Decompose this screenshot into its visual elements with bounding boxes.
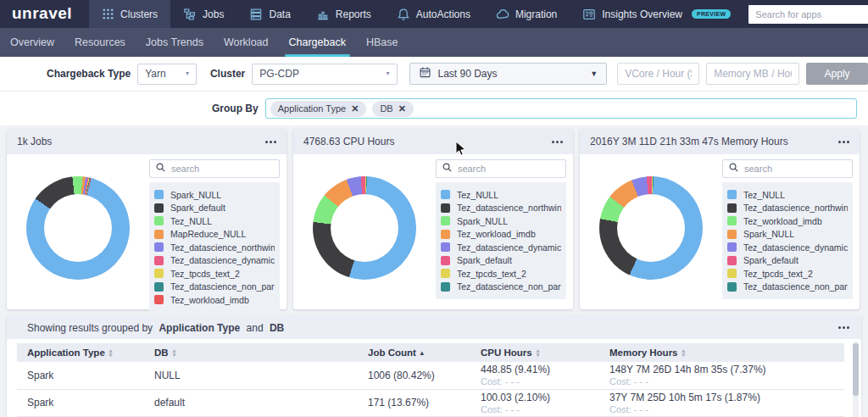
legend-item[interactable]: Tez_datascience_non_parti... [441, 281, 561, 294]
subnav-item-workload[interactable]: Workload [214, 28, 279, 57]
legend-label: MapReduce_NULL [170, 229, 246, 239]
legend-item[interactable]: Tez_NULL [727, 188, 848, 202]
legend-item[interactable]: Tez_tpcds_text_2 [154, 267, 275, 281]
legend-item[interactable]: Tez_datascience_northwind [727, 202, 848, 215]
legend-item[interactable]: Spark_NULL [154, 188, 275, 202]
search-input[interactable] [748, 5, 868, 24]
remove-tag-icon[interactable]: ✕ [351, 103, 359, 114]
nav-item-migration[interactable]: Migration [483, 0, 570, 28]
legend-label: Tez_datascience_dynamic_p... [457, 242, 561, 253]
nav-item-insights-overview[interactable]: Insights OverviewPREVIEW [570, 0, 743, 28]
legend-item[interactable]: Tez_datascience_dynamic_p... [441, 241, 561, 254]
column-header-job-count[interactable]: Job Count▴ [358, 343, 470, 362]
column-header-application-type[interactable]: Application Type▴▾ [17, 343, 144, 362]
legend-label: Tez_datascience_northwind [457, 203, 561, 213]
results-more-options-icon[interactable] [838, 323, 849, 332]
legend-swatch [727, 190, 737, 199]
legend-item[interactable]: Tez_workload_imdb [154, 293, 275, 307]
subnav-item-overview[interactable]: Overview [0, 28, 64, 57]
table-cell: default [144, 389, 358, 416]
legend-item[interactable]: Tez_NULL [154, 214, 275, 228]
scrollbar-thumb[interactable] [853, 343, 859, 396]
chevron-down-icon: ▾ [386, 70, 389, 77]
legend-search-input[interactable] [458, 164, 542, 174]
nav-item-data[interactable]: Data [236, 0, 303, 28]
table-cell: 1006 (80.42%) [358, 362, 470, 389]
sort-icon[interactable]: ▴ [420, 352, 424, 356]
subnav-item-chargeback[interactable]: Chargeback [279, 28, 356, 57]
legend-search-input[interactable] [744, 164, 829, 174]
remove-tag-icon[interactable]: ✕ [398, 103, 406, 114]
card-more-options-icon[interactable] [552, 137, 563, 147]
legend-item[interactable]: Tez_datascience_northwind [154, 241, 275, 254]
chargeback-type-select[interactable]: Yarn▾ [137, 64, 197, 85]
column-label: CPU Hours [481, 348, 532, 358]
legend-item[interactable]: Spark_NULL [441, 214, 561, 228]
legend-item[interactable]: Tez_datascience_dynamic_p... [727, 241, 848, 254]
column-header-db[interactable]: DB▴▾ [144, 343, 358, 362]
cluster-subnav: OverviewResourcesJobs TrendsWorkloadChar… [0, 28, 868, 57]
group-by-input[interactable]: Application Type✕DB✕ [265, 98, 857, 119]
card-more-options-icon[interactable] [265, 137, 276, 147]
legend-item[interactable]: Spark_default [727, 254, 848, 268]
nav-item-label: Jobs [203, 8, 224, 20]
table-cell: Spark [17, 389, 144, 416]
legend-swatch [441, 230, 450, 239]
data-icon [249, 8, 263, 21]
legend-item[interactable]: Tez_tpcds_text_2 [441, 267, 561, 281]
legend-label: Spark_default [170, 203, 225, 213]
card-more-options-icon[interactable] [838, 137, 849, 147]
migration-icon [496, 8, 509, 21]
legend-item[interactable]: Tez_workload_imdb [727, 214, 848, 228]
vcore-rate-input[interactable] [617, 63, 699, 85]
column-header-memory-hours[interactable]: Memory Hours▴▾ [599, 343, 844, 362]
legend-item[interactable]: Spark_default [441, 254, 561, 268]
subnav-item-hbase[interactable]: HBase [356, 28, 409, 57]
legend-swatch [441, 282, 450, 292]
sort-icon[interactable]: ▴▾ [109, 349, 113, 357]
legend-item[interactable]: Tez_datascience_non_parti... [154, 281, 275, 294]
legend-label: Tez_NULL [170, 216, 212, 226]
nav-item-label: Insights Overview [602, 8, 682, 20]
chevron-down-icon: ▼ [590, 70, 598, 78]
memory-rate-input[interactable] [706, 63, 799, 85]
legend-label: Spark_NULL [170, 190, 221, 200]
table-cell: 171 (13.67%) [358, 389, 470, 416]
table-row[interactable]: Sparkdefault171 (13.67%)100.03 (2.10%)Co… [17, 389, 844, 416]
legend-search-input[interactable] [171, 164, 256, 174]
legend-item[interactable]: Spark_NULL [727, 228, 848, 242]
insights-icon [582, 8, 596, 21]
legend-item[interactable]: Tez_datascience_dynamic_p... [154, 254, 275, 268]
legend-item[interactable]: MapReduce_NULL [154, 228, 275, 242]
results-table-wrap: Application Type▴▾DB▴▾Job Count▴CPU Hour… [17, 343, 844, 417]
legend-swatch [154, 203, 164, 213]
column-header-cpu-hours[interactable]: CPU Hours▴▾ [470, 343, 599, 362]
legend-label: Tez_datascience_northwind [743, 203, 848, 213]
legend-item[interactable]: Tez_datascience_northwind [441, 202, 561, 215]
nav-item-clusters[interactable]: Clusters [89, 0, 170, 28]
legend-item[interactable]: Spark_default [154, 202, 275, 215]
nav-item-autoactions[interactable]: AutoActions [384, 0, 483, 28]
card-header: 1k Jobs [7, 129, 287, 154]
apply-button[interactable]: Apply [806, 63, 868, 85]
sort-icon[interactable]: ▴▾ [173, 349, 176, 357]
table-row[interactable]: SparkNULL1006 (80.42%)448.85 (9.41%)Cost… [17, 362, 844, 389]
table-scrollbar[interactable] [853, 342, 859, 417]
filter-bar: Chargeback Type Yarn▾ Cluster PG-CDP▾ La… [0, 57, 868, 92]
legend-item[interactable]: Tez_datascience_non_parti... [727, 281, 848, 294]
sort-icon[interactable]: ▴▾ [537, 349, 540, 357]
cluster-select[interactable]: PG-CDP▾ [252, 64, 397, 85]
date-range-select[interactable]: Last 90 Days ▼ [409, 63, 608, 85]
legend-item[interactable]: Tez_tpcds_text_2 [727, 267, 848, 281]
nav-item-reports[interactable]: Reports [303, 0, 384, 28]
legend-label: Tez_datascience_dynamic_p... [743, 242, 848, 253]
results-header: Showing results grouped by Application T… [7, 316, 861, 339]
legend-item[interactable]: Tez_workload_imdb [441, 228, 561, 242]
card-2016y-3m-11d-21h-33m-47s-memory-hours: 2016Y 3M 11D 21h 33m 47s Memory HoursTez… [580, 129, 860, 309]
nav-item-jobs[interactable]: Jobs [170, 0, 236, 28]
sort-icon[interactable]: ▴▾ [682, 349, 686, 357]
tag-label: Application Type [278, 103, 347, 114]
subnav-item-resources[interactable]: Resources [64, 28, 136, 57]
subnav-item-jobs-trends[interactable]: Jobs Trends [136, 28, 214, 57]
legend-item[interactable]: Tez_NULL [441, 188, 561, 202]
